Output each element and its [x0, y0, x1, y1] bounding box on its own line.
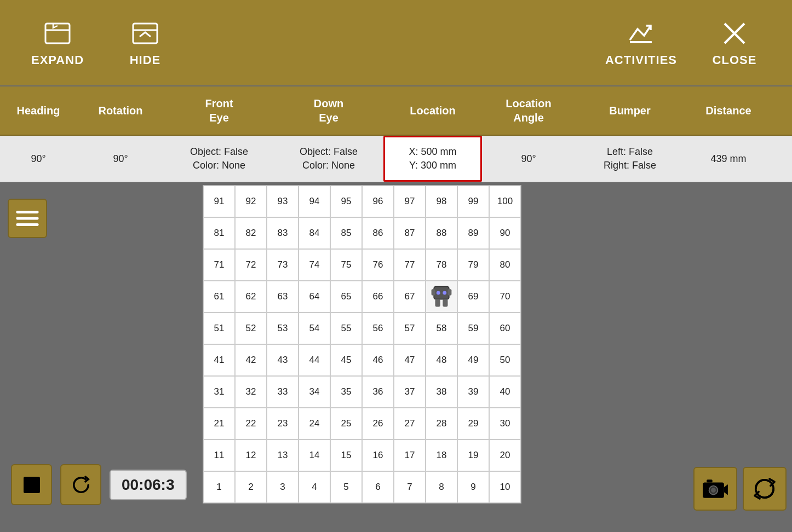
grid-cell[interactable]: 54: [299, 313, 330, 344]
camera-button[interactable]: [693, 467, 737, 511]
grid-cell[interactable]: 96: [362, 186, 394, 217]
grid-cell[interactable]: 6: [362, 471, 394, 503]
grid-cell[interactable]: 70: [489, 281, 521, 313]
grid-cell[interactable]: 95: [330, 186, 362, 217]
grid-cell[interactable]: 4: [299, 471, 330, 503]
grid-cell[interactable]: 56: [362, 313, 394, 344]
grid-cell[interactable]: 17: [394, 440, 426, 471]
grid-cell[interactable]: 66: [362, 281, 394, 313]
grid-cell[interactable]: 90: [489, 217, 521, 249]
grid-cell[interactable]: 77: [394, 249, 426, 281]
grid-cell[interactable]: 34: [299, 376, 330, 408]
grid-cell[interactable]: 31: [203, 376, 235, 408]
grid-cell[interactable]: 49: [457, 344, 489, 376]
grid-cell[interactable]: 89: [457, 217, 489, 249]
grid-cell[interactable]: 83: [267, 217, 299, 249]
grid-cell[interactable]: 78: [426, 249, 457, 281]
grid-cell[interactable]: 72: [235, 249, 267, 281]
grid-cell[interactable]: 8: [426, 471, 457, 503]
grid-cell[interactable]: 48: [426, 344, 457, 376]
grid-cell[interactable]: 1: [203, 471, 235, 503]
grid-cell[interactable]: 45: [330, 344, 362, 376]
expand-button[interactable]: EXPAND: [22, 19, 93, 67]
grid-cell[interactable]: 11: [203, 440, 235, 471]
grid-cell[interactable]: 71: [203, 249, 235, 281]
grid-cell[interactable]: 60: [489, 313, 521, 344]
grid-cell[interactable]: 37: [394, 376, 426, 408]
grid-cell[interactable]: 67: [394, 281, 426, 313]
grid-cell[interactable]: 15: [330, 440, 362, 471]
grid-cell[interactable]: 42: [235, 344, 267, 376]
grid-cell[interactable]: 74: [299, 249, 330, 281]
grid-cell[interactable]: 52: [235, 313, 267, 344]
grid-cell[interactable]: 81: [203, 217, 235, 249]
grid-cell[interactable]: 2: [235, 471, 267, 503]
grid-cell[interactable]: 91: [203, 186, 235, 217]
reset-button[interactable]: [60, 464, 101, 505]
stop-button[interactable]: [11, 464, 52, 505]
grid-cell[interactable]: 5: [330, 471, 362, 503]
grid-cell[interactable]: 35: [330, 376, 362, 408]
grid-cell[interactable]: 40: [489, 376, 521, 408]
grid-cell[interactable]: 39: [457, 376, 489, 408]
grid-cell[interactable]: 80: [489, 249, 521, 281]
grid-cell[interactable]: 57: [394, 313, 426, 344]
grid-cell[interactable]: 62: [235, 281, 267, 313]
grid-cell[interactable]: 36: [362, 376, 394, 408]
grid-cell[interactable]: 85: [330, 217, 362, 249]
grid-cell[interactable]: 63: [267, 281, 299, 313]
grid-cell[interactable]: 25: [330, 408, 362, 440]
hide-button[interactable]: HIDE: [110, 19, 181, 67]
grid-cell[interactable]: 14: [299, 440, 330, 471]
grid-cell[interactable]: 29: [457, 408, 489, 440]
grid-cell[interactable]: 58: [426, 313, 457, 344]
grid-cell[interactable]: 100: [489, 186, 521, 217]
grid-cell[interactable]: 26: [362, 408, 394, 440]
grid-cell[interactable]: 82: [235, 217, 267, 249]
grid-cell[interactable]: 86: [362, 217, 394, 249]
grid-cell[interactable]: 87: [394, 217, 426, 249]
grid-cell[interactable]: 13: [267, 440, 299, 471]
grid-cell[interactable]: 23: [267, 408, 299, 440]
grid-cell[interactable]: 20: [489, 440, 521, 471]
grid-cell[interactable]: 64: [299, 281, 330, 313]
grid-cell[interactable]: 65: [330, 281, 362, 313]
grid-cell[interactable]: 19: [457, 440, 489, 471]
menu-button[interactable]: [8, 199, 47, 238]
grid-cell[interactable]: 21: [203, 408, 235, 440]
grid-cell[interactable]: 55: [330, 313, 362, 344]
grid-cell[interactable]: 73: [267, 249, 299, 281]
close-button[interactable]: CLOSE: [699, 19, 770, 67]
grid-cell[interactable]: 69: [457, 281, 489, 313]
grid-cell[interactable]: 97: [394, 186, 426, 217]
grid-cell[interactable]: 44: [299, 344, 330, 376]
activities-button[interactable]: ACTIVITIES: [605, 19, 677, 67]
grid-cell[interactable]: 94: [299, 186, 330, 217]
grid-cell[interactable]: 38: [426, 376, 457, 408]
grid-cell[interactable]: 7: [394, 471, 426, 503]
grid-cell[interactable]: 28: [426, 408, 457, 440]
grid-cell[interactable]: 84: [299, 217, 330, 249]
grid-cell[interactable]: 33: [267, 376, 299, 408]
grid-cell[interactable]: 76: [362, 249, 394, 281]
grid-cell[interactable]: 43: [267, 344, 299, 376]
grid-cell[interactable]: 53: [267, 313, 299, 344]
grid-cell[interactable]: 75: [330, 249, 362, 281]
grid-cell[interactable]: 22: [235, 408, 267, 440]
grid-cell[interactable]: 79: [457, 249, 489, 281]
grid-cell[interactable]: 30: [489, 408, 521, 440]
grid-cell[interactable]: 46: [362, 344, 394, 376]
grid-cell[interactable]: 61: [203, 281, 235, 313]
grid-cell[interactable]: 9: [457, 471, 489, 503]
grid-cell[interactable]: 41: [203, 344, 235, 376]
grid-cell[interactable]: 32: [235, 376, 267, 408]
grid-cell[interactable]: 50: [489, 344, 521, 376]
grid-cell[interactable]: 92: [235, 186, 267, 217]
grid-cell[interactable]: 93: [267, 186, 299, 217]
grid-cell[interactable]: 24: [299, 408, 330, 440]
grid-cell[interactable]: 51: [203, 313, 235, 344]
grid-cell[interactable]: 3: [267, 471, 299, 503]
grid-cell[interactable]: 47: [394, 344, 426, 376]
grid-cell[interactable]: [426, 281, 457, 313]
grid-cell[interactable]: 18: [426, 440, 457, 471]
